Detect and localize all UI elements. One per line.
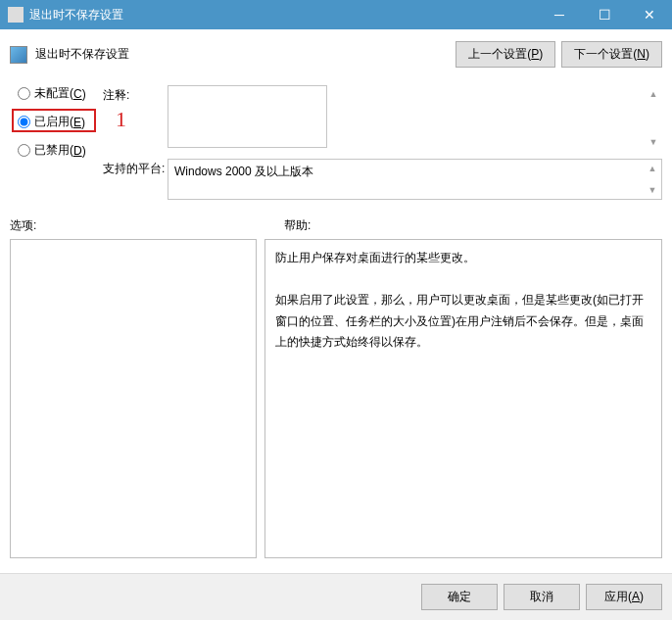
platform-row: 支持的平台: Windows 2000 及以上版本 ▲ ▼ <box>103 159 662 200</box>
scroll-down-icon[interactable]: ▼ <box>647 135 660 149</box>
help-paragraph: 如果启用了此设置，那么，用户可以更改桌面，但是某些更改(如已打开窗口的位置、任务… <box>275 290 651 354</box>
next-setting-button[interactable]: 下一个设置(N) <box>561 41 662 68</box>
comment-input[interactable] <box>168 85 327 148</box>
help-panel: 防止用户保存对桌面进行的某些更改。 如果启用了此设置，那么，用户可以更改桌面，但… <box>264 239 662 558</box>
config-area: 未配置(C) 已启用(E) 已禁用(D) 1 注释: ▲ ▼ 支持 <box>10 85 662 208</box>
policy-title: 退出时不保存设置 <box>35 46 450 63</box>
comment-label: 注释: <box>103 85 168 151</box>
minimize-button[interactable]: ─ <box>537 0 582 29</box>
ok-button[interactable]: 确定 <box>421 584 498 610</box>
titlebar: 退出时不保存设置 ─ ☐ ✕ <box>0 0 672 29</box>
comment-row: 注释: ▲ ▼ <box>103 85 662 151</box>
footer: 确定 取消 应用(A) <box>0 573 672 620</box>
maximize-button[interactable]: ☐ <box>582 0 627 29</box>
content-area: 退出时不保存设置 上一个设置(P) 下一个设置(N) 未配置(C) 已启用(E)… <box>0 29 672 568</box>
radio-column: 未配置(C) 已启用(E) 已禁用(D) 1 <box>10 85 103 208</box>
cancel-button[interactable]: 取消 <box>504 584 580 610</box>
radio-enabled-input[interactable] <box>18 116 30 128</box>
policy-icon <box>10 46 27 64</box>
app-icon <box>8 7 24 23</box>
scroll-up-icon[interactable]: ▲ <box>647 87 660 101</box>
panels-row: 防止用户保存对桌面进行的某些更改。 如果启用了此设置，那么，用户可以更改桌面，但… <box>10 239 662 558</box>
platform-label: 支持的平台: <box>103 159 168 200</box>
header-row: 退出时不保存设置 上一个设置(P) 下一个设置(N) <box>10 41 662 68</box>
section-labels: 选项: 帮助: <box>10 217 662 234</box>
fields-column: 注释: ▲ ▼ 支持的平台: Windows 2000 及以上版本 ▲ ▼ <box>103 85 662 208</box>
scroll-down-icon[interactable]: ▼ <box>646 183 659 197</box>
help-label: 帮助: <box>284 217 311 234</box>
platform-value: Windows 2000 及以上版本 <box>174 165 313 178</box>
prev-setting-button[interactable]: 上一个设置(P) <box>456 41 555 68</box>
radio-disabled[interactable]: 已禁用(D) <box>18 142 103 159</box>
window-title: 退出时不保存设置 <box>29 7 537 24</box>
radio-not-configured-input[interactable] <box>18 87 30 100</box>
close-button[interactable]: ✕ <box>627 0 672 29</box>
radio-not-configured[interactable]: 未配置(C) <box>18 85 103 102</box>
apply-button[interactable]: 应用(A) <box>586 584 662 610</box>
radio-enabled[interactable]: 已启用(E) <box>18 114 103 130</box>
help-paragraph: 防止用户保存对桌面进行的某些更改。 <box>275 248 651 269</box>
options-panel <box>10 239 257 558</box>
platform-box: Windows 2000 及以上版本 ▲ ▼ <box>168 159 662 200</box>
options-label: 选项: <box>10 217 284 234</box>
radio-disabled-input[interactable] <box>18 144 30 157</box>
annotation-marker: 1 <box>116 107 126 132</box>
window-controls: ─ ☐ ✕ <box>537 0 672 29</box>
scroll-up-icon[interactable]: ▲ <box>646 162 659 175</box>
